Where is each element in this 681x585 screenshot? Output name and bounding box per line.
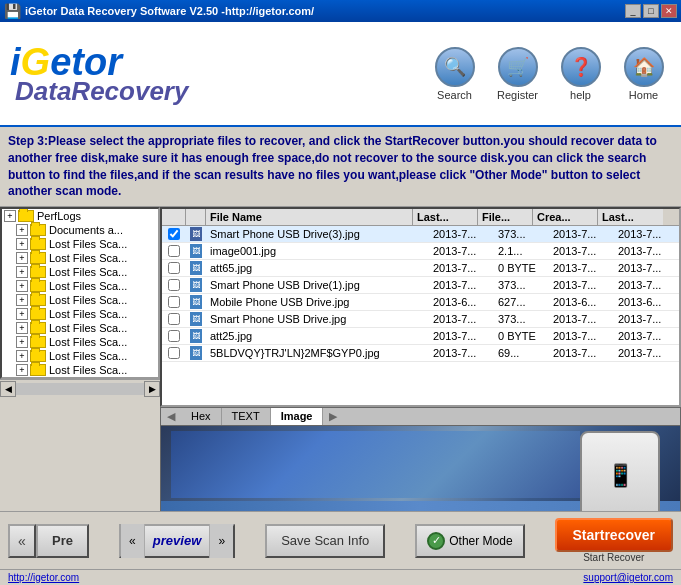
- file-checkbox[interactable]: [162, 329, 186, 343]
- preview-button[interactable]: « preview »: [119, 524, 235, 558]
- maximize-button[interactable]: □: [643, 4, 659, 18]
- tree-expand[interactable]: +: [16, 266, 28, 278]
- tree-item-lost4[interactable]: + Lost Files Sca...: [2, 279, 158, 293]
- tree-hscroll[interactable]: ◀ ▶: [0, 379, 160, 397]
- prev-left-button[interactable]: «: [8, 524, 36, 558]
- file-crea: 2013-7...: [549, 312, 614, 326]
- file-checkbox[interactable]: [162, 312, 186, 326]
- other-mode-button[interactable]: ✓ Other Mode: [415, 524, 524, 558]
- file-name: image001.jpg: [206, 244, 429, 258]
- tree-expand[interactable]: +: [16, 280, 28, 292]
- table-row[interactable]: 🖼 5BLDVQY}TRJ'LN}2MF$GYP0.jpg 2013-7... …: [162, 345, 679, 362]
- tree-expand-perflogs[interactable]: +: [4, 210, 16, 222]
- table-row[interactable]: 🖼 Smart Phone USB Drive.jpg 2013-7... 37…: [162, 311, 679, 328]
- tree-label: Lost Files Sca...: [49, 308, 127, 320]
- row-checkbox[interactable]: [168, 228, 180, 240]
- tree-expand[interactable]: +: [16, 336, 28, 348]
- table-row[interactable]: 🖼 image001.jpg 2013-7... 2.1... 2013-7..…: [162, 243, 679, 260]
- tree-expand[interactable]: +: [16, 364, 28, 376]
- folder-icon: [30, 350, 46, 362]
- tree-expand[interactable]: +: [16, 252, 28, 264]
- tree-expand[interactable]: +: [16, 294, 28, 306]
- minimize-button[interactable]: _: [625, 4, 641, 18]
- instruction-text: Step 3:Please select the appropriate fil…: [0, 127, 681, 207]
- tree-label: Lost Files Sca...: [49, 266, 127, 278]
- phone-icon: 📱: [607, 463, 634, 489]
- file-icon: 🖼: [186, 345, 206, 361]
- file-list-body[interactable]: 🖼 Smart Phone USB Drive(3).jpg 2013-7...…: [162, 226, 679, 405]
- nav-register[interactable]: 🛒 Register: [490, 47, 545, 101]
- file-icon: 🖼: [186, 328, 206, 344]
- file-crea: 2013-6...: [549, 295, 614, 309]
- row-checkbox[interactable]: [168, 296, 180, 308]
- col-header-check: [162, 209, 186, 225]
- tree-label: Lost Files Sca...: [49, 238, 127, 250]
- tree-expand[interactable]: +: [16, 224, 28, 236]
- nav-help[interactable]: ❓ help: [553, 47, 608, 101]
- tree-expand[interactable]: +: [16, 308, 28, 320]
- save-scan-button[interactable]: Save Scan Info: [265, 524, 385, 558]
- tree-item-lost2[interactable]: + Lost Files Sca...: [2, 251, 158, 265]
- file-last: 2013-7...: [429, 227, 494, 241]
- file-size: 373...: [494, 278, 549, 292]
- register-icon: 🛒: [498, 47, 538, 87]
- table-row[interactable]: 🖼 Mobile Phone USB Drive.jpg 2013-6... 6…: [162, 294, 679, 311]
- file-tree[interactable]: + PerfLogs + Documents a... + Lost Files…: [0, 207, 160, 379]
- tree-scroll-left[interactable]: ◀: [0, 381, 16, 397]
- table-row[interactable]: 🖼 att25.jpg 2013-7... 0 BYTE 2013-7... 2…: [162, 328, 679, 345]
- folder-icon: [30, 252, 46, 264]
- start-recover-button[interactable]: Startrecover: [555, 518, 674, 552]
- preview-image: 📱 http://www.igetor.com: [161, 426, 680, 511]
- tree-item-lost9[interactable]: + Lost Files Sca...: [2, 349, 158, 363]
- tree-item-lost5[interactable]: + Lost Files Sca...: [2, 293, 158, 307]
- file-last2: 2013-6...: [614, 295, 679, 309]
- table-row[interactable]: 🖼 Smart Phone USB Drive(1).jpg 2013-7...…: [162, 277, 679, 294]
- nav-search[interactable]: 🔍 Search: [427, 47, 482, 101]
- tree-item-perflogs[interactable]: + PerfLogs: [2, 209, 158, 223]
- row-checkbox[interactable]: [168, 330, 180, 342]
- row-checkbox[interactable]: [168, 262, 180, 274]
- file-last2: 2013-7...: [614, 261, 679, 275]
- file-checkbox[interactable]: [162, 346, 186, 360]
- status-link-website[interactable]: http://igetor.com: [8, 572, 79, 583]
- tree-item-lost6[interactable]: + Lost Files Sca...: [2, 307, 158, 321]
- tab-image[interactable]: Image: [271, 408, 324, 425]
- image-icon: 🖼: [190, 312, 202, 326]
- tree-expand[interactable]: +: [16, 322, 28, 334]
- tree-item-lost3[interactable]: + Lost Files Sca...: [2, 265, 158, 279]
- file-checkbox[interactable]: [162, 244, 186, 258]
- col-header-last: Last...: [413, 209, 478, 225]
- tree-label: Lost Files Sca...: [49, 364, 127, 376]
- tree-item-lost7[interactable]: + Lost Files Sca...: [2, 321, 158, 335]
- close-button[interactable]: ✕: [661, 4, 677, 18]
- titlebar: 💾 iGetor Data Recovery Software V2.50 -h…: [0, 0, 681, 22]
- tree-expand[interactable]: +: [16, 238, 28, 250]
- tree-scroll-right[interactable]: ▶: [144, 381, 160, 397]
- tree-item-lost1[interactable]: + Lost Files Sca...: [2, 237, 158, 251]
- prev-tab-right-arrow[interactable]: ▶: [323, 408, 343, 425]
- tab-text[interactable]: TEXT: [222, 408, 271, 425]
- tree-item-documents[interactable]: + Documents a...: [2, 223, 158, 237]
- image-icon: 🖼: [190, 261, 202, 275]
- nav-home[interactable]: 🏠 Home: [616, 47, 671, 101]
- other-mode-check-icon: ✓: [427, 532, 445, 550]
- status-link-email[interactable]: support@igetor.com: [583, 572, 673, 583]
- file-checkbox[interactable]: [162, 261, 186, 275]
- file-checkbox[interactable]: [162, 278, 186, 292]
- row-checkbox[interactable]: [168, 279, 180, 291]
- file-last2: 2013-7...: [614, 346, 679, 360]
- table-row[interactable]: 🖼 att65.jpg 2013-7... 0 BYTE 2013-7... 2…: [162, 260, 679, 277]
- tree-item-lost10[interactable]: + Lost Files Sca...: [2, 363, 158, 377]
- file-checkbox[interactable]: [162, 295, 186, 309]
- table-row[interactable]: 🖼 Smart Phone USB Drive(3).jpg 2013-7...…: [162, 226, 679, 243]
- pre-button[interactable]: Pre: [36, 524, 89, 558]
- row-checkbox[interactable]: [168, 313, 180, 325]
- tree-expand[interactable]: +: [16, 350, 28, 362]
- row-checkbox[interactable]: [168, 245, 180, 257]
- tree-item-lost8[interactable]: + Lost Files Sca...: [2, 335, 158, 349]
- file-crea: 2013-7...: [549, 346, 614, 360]
- row-checkbox[interactable]: [168, 347, 180, 359]
- file-checkbox[interactable]: [162, 227, 186, 241]
- tab-hex[interactable]: Hex: [181, 408, 222, 425]
- prev-tab-left-arrow[interactable]: ◀: [161, 408, 181, 425]
